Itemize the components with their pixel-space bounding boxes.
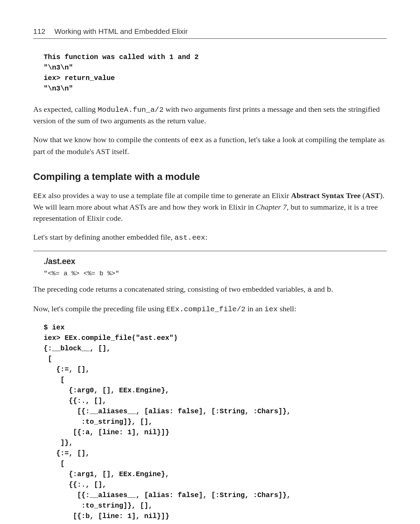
paragraph: EEx also provides a way to use a templat… [33, 190, 387, 224]
text: shell: [278, 304, 296, 313]
inline-code: a [308, 286, 312, 294]
code-block-iex: $ iex iex> EEx.compile_file("ast.eex") {… [44, 322, 387, 522]
inline-code: ModuleA.fun_a/2 [98, 106, 164, 114]
inline-code: eex [190, 136, 204, 144]
inline-code: ast.eex [175, 234, 205, 242]
text: Now, let's compile the preceding file us… [33, 304, 166, 313]
paragraph: Let's start by defining another embedded… [33, 232, 387, 243]
text: Now that we know how to compile the cont… [33, 135, 190, 144]
text: and [312, 285, 327, 293]
text: . [331, 285, 333, 293]
paragraph: As expected, calling ModuleA.fun_a/2 wit… [33, 104, 387, 126]
inline-code: EEx.compile_file/2 [166, 305, 245, 313]
text: ( [361, 191, 365, 200]
inline-code: EEx [33, 192, 46, 200]
section-heading: Compiling a template with a module [33, 171, 387, 182]
paragraph: Now that we know how to compile the cont… [33, 134, 387, 157]
file-heading: ./ast.eex [44, 257, 387, 266]
term: AST [365, 191, 380, 200]
page-number: 112 [33, 27, 45, 36]
chapter-title: Working with HTML and Embedded Elixir [54, 27, 188, 36]
text: As expected, calling [33, 105, 98, 114]
code-block-output: This function was called with 1 and 2 "\… [44, 52, 387, 94]
text: also provides a way to use a template fi… [46, 191, 291, 200]
inline-code: b [327, 286, 331, 294]
text: The preceding code returns a concatenate… [33, 285, 308, 293]
divider [33, 251, 387, 251]
page: 112 Working with HTML and Embedded Elixi… [0, 0, 420, 524]
paragraph: The preceding code returns a concatenate… [33, 284, 387, 295]
term: Abstract Syntax Tree [291, 191, 361, 200]
text: : [205, 233, 207, 241]
text: Let's start by defining another embedded… [33, 233, 175, 241]
reference: Chapter 7 [256, 203, 287, 211]
inline-code: iex [265, 305, 278, 313]
paragraph: Now, let's compile the preceding file us… [33, 303, 387, 315]
page-header: 112 Working with HTML and Embedded Elixi… [33, 27, 387, 39]
text: in an [245, 304, 264, 313]
code-snippet: "<%= a %> <%= b %>" [44, 270, 387, 277]
